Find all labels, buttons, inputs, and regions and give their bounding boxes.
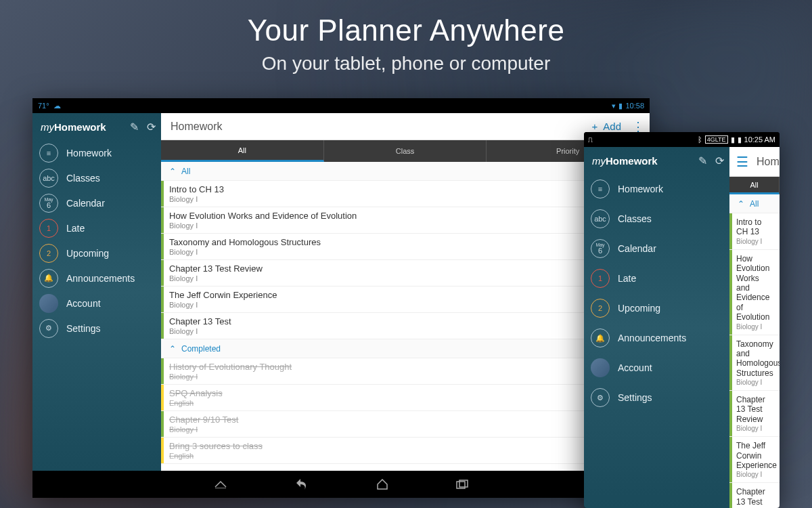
sidebar-item-label: Upcoming bbox=[618, 303, 660, 314]
gear-icon: ⚙ bbox=[591, 388, 610, 407]
homework-title: Intro to CH 13 bbox=[169, 184, 643, 194]
sidebar-item-label: Announcements bbox=[618, 333, 686, 343]
sidebar-item-label: Account bbox=[618, 362, 652, 373]
sidebar-item-account[interactable]: Account bbox=[584, 353, 729, 383]
tab-all[interactable]: All bbox=[161, 140, 324, 162]
homework-item[interactable]: The Jeff Corwin ExperienceBiology I bbox=[729, 437, 780, 483]
sync-icon[interactable]: ⟳ bbox=[147, 121, 156, 133]
homework-item[interactable]: SPQ AnalysisEnglish bbox=[161, 385, 650, 411]
homework-class: Biology I bbox=[169, 221, 643, 230]
bluetooth-icon: ᛒ bbox=[698, 135, 702, 144]
tab-class[interactable]: Class bbox=[324, 140, 487, 162]
bell-icon: 🔔 bbox=[39, 269, 58, 288]
sidebar-item-announcements[interactable]: 🔔Announcements bbox=[584, 323, 729, 353]
homework-item[interactable]: The Jeff Corwin ExperienceBiology I bbox=[161, 287, 650, 313]
chevron-up-icon: ⌃ bbox=[738, 199, 744, 209]
upcoming-icon: 2 bbox=[591, 299, 610, 318]
homework-item[interactable]: Chapter 13 Test ReviewBiology I bbox=[729, 391, 780, 437]
sidebar-item-settings[interactable]: ⚙Settings bbox=[32, 316, 161, 341]
homework-item[interactable]: Chapter 9/10 TestBiology I bbox=[161, 411, 650, 438]
homework-icon: ≡ bbox=[591, 179, 610, 198]
calendar-icon: May6 bbox=[591, 239, 610, 258]
sidebar-item-calendar[interactable]: May6Calendar bbox=[584, 234, 729, 263]
phone-statusbar: ⎍ ᛒ 4GLTE ▮ ▮ 10:25 AM bbox=[584, 132, 780, 147]
menu-icon[interactable]: ☰ bbox=[736, 154, 748, 170]
homework-class: Biology I bbox=[169, 327, 643, 335]
tab-all[interactable]: All bbox=[729, 177, 780, 194]
tabs: All bbox=[729, 177, 780, 194]
section-all[interactable]: ⌃All bbox=[161, 162, 650, 181]
homework-title: Chapter 9/10 Test bbox=[169, 415, 643, 425]
homework-class: Biology I bbox=[736, 425, 774, 432]
homework-class: Biology I bbox=[736, 379, 774, 386]
brush-icon[interactable]: ✎ bbox=[130, 121, 139, 133]
wifi-icon: ▾ bbox=[612, 102, 616, 110]
homework-item[interactable]: Taxonomy and Homologous StructuresBiolog… bbox=[729, 335, 780, 391]
page-title: Homework bbox=[171, 121, 222, 133]
homework-title: Taxonomy and Homologous Structures bbox=[736, 339, 774, 379]
homework-title: Bring 3 sources to class bbox=[169, 441, 643, 451]
homework-item[interactable]: How Evolution Works and Evidence of Evol… bbox=[729, 250, 780, 335]
page-title: Homework bbox=[757, 156, 780, 168]
add-button[interactable]: +Add bbox=[592, 121, 621, 132]
tablet-device: 71° ☁ ▾ ▮ 10:58 myHomework ✎ ⟳ ≡Homework… bbox=[32, 98, 650, 498]
late-icon: 1 bbox=[39, 219, 58, 238]
brand-logo: myHomework bbox=[592, 155, 658, 167]
gear-icon: ⚙ bbox=[39, 319, 58, 338]
brush-icon[interactable]: ✎ bbox=[698, 154, 707, 167]
homework-item[interactable]: Intro to CH 13Biology I bbox=[161, 181, 650, 207]
homework-class: Biology I bbox=[736, 238, 774, 245]
android-navbar bbox=[32, 471, 650, 498]
nav-recent-icon[interactable] bbox=[456, 480, 468, 489]
sidebar-item-homework[interactable]: ≡Homework bbox=[32, 140, 161, 165]
homework-item[interactable]: Chapter 13 Test ReviewBiology I bbox=[161, 260, 650, 287]
homework-item[interactable]: Taxonomy and Homologous StructuresBiolog… bbox=[161, 234, 650, 260]
sidebar-item-upcoming[interactable]: 2Upcoming bbox=[584, 293, 729, 323]
battery-icon: ▮ bbox=[738, 135, 742, 144]
upcoming-icon: 2 bbox=[39, 244, 58, 263]
main-header: ☰ Homework bbox=[729, 147, 780, 177]
sidebar-item-label: Settings bbox=[66, 323, 101, 334]
homework-item[interactable]: Intro to CH 13Biology I bbox=[729, 213, 780, 250]
classes-icon: abc bbox=[591, 209, 610, 228]
homework-title: Intro to CH 13 bbox=[736, 217, 774, 237]
homework-title: Taxonomy and Homologous Structures bbox=[169, 237, 643, 247]
homework-class: Biology I bbox=[169, 248, 643, 256]
status-time: 10:25 AM bbox=[744, 135, 775, 144]
sidebar-item-announcements[interactable]: 🔔Announcements bbox=[32, 266, 161, 291]
homework-item[interactable]: Bring 3 sources to classEnglish bbox=[161, 438, 650, 464]
nav-up-icon[interactable] bbox=[214, 480, 227, 488]
nav-back-icon[interactable] bbox=[295, 479, 309, 490]
homework-icon: ≡ bbox=[39, 144, 58, 163]
tablet-sidebar: myHomework ✎ ⟳ ≡Homework abcClasses May6… bbox=[32, 113, 161, 471]
nav-home-icon[interactable] bbox=[376, 479, 388, 490]
homework-title: SPQ Analysis bbox=[169, 388, 643, 398]
chevron-up-icon: ⌃ bbox=[169, 344, 176, 354]
sidebar-item-homework[interactable]: ≡Homework bbox=[584, 174, 729, 204]
sync-icon[interactable]: ⟳ bbox=[715, 154, 724, 167]
homework-item[interactable]: Chapter 13 TestBiology I bbox=[161, 313, 650, 339]
homework-item[interactable]: How Evolution Works and Evidence of Evol… bbox=[161, 207, 650, 234]
sidebar-item-label: Upcoming bbox=[66, 248, 109, 259]
sidebar-item-settings[interactable]: ⚙Settings bbox=[584, 383, 729, 412]
homework-item[interactable]: History of Evolutionary ThoughtBiology I bbox=[161, 358, 650, 385]
tabs: All Class Priority bbox=[161, 140, 650, 162]
section-completed[interactable]: ⌃Completed bbox=[161, 339, 650, 358]
homework-class: Biology I bbox=[169, 373, 643, 381]
sidebar-item-late[interactable]: 1Late bbox=[584, 263, 729, 293]
homework-class: Biology I bbox=[169, 425, 643, 433]
sidebar-item-late[interactable]: 1Late bbox=[32, 215, 161, 240]
homework-title: The Jeff Corwin Experience bbox=[169, 290, 643, 300]
sidebar-item-classes[interactable]: abcClasses bbox=[584, 204, 729, 234]
sidebar-item-account[interactable]: Account bbox=[32, 291, 161, 316]
section-all[interactable]: ⌃All bbox=[729, 194, 780, 213]
sidebar-item-calendar[interactable]: May6Calendar bbox=[32, 190, 161, 215]
tablet-main: Homework +Add ⋮ All Class Priority ⌃All … bbox=[161, 113, 650, 471]
sidebar-item-classes[interactable]: abcClasses bbox=[32, 165, 161, 190]
sidebar-item-upcoming[interactable]: 2Upcoming bbox=[32, 240, 161, 266]
phone-main: ☰ Homework All ⌃All Intro to CH 13Biolog… bbox=[729, 147, 780, 508]
hero-subtitle: On your tablet, phone or computer bbox=[0, 53, 812, 75]
homework-item[interactable]: Chapter 13 TestBiology I bbox=[729, 483, 780, 508]
avatar-icon bbox=[39, 294, 58, 313]
sidebar-item-label: Classes bbox=[618, 213, 652, 224]
